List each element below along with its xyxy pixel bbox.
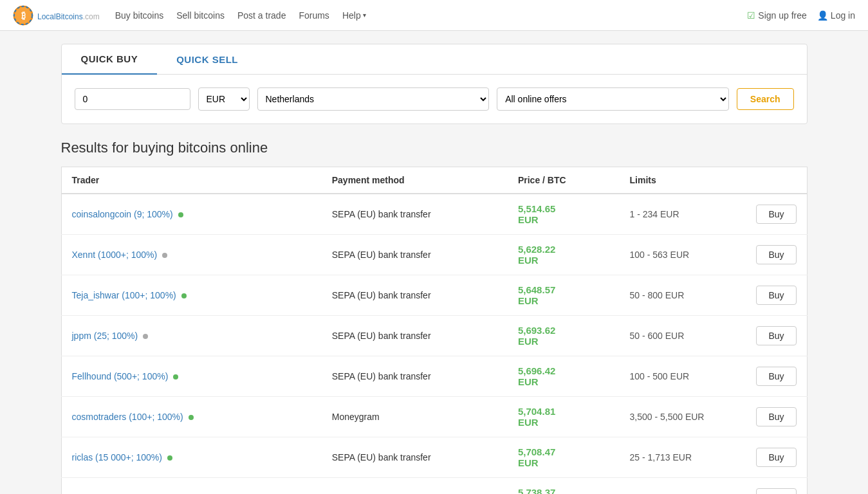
table-row: coinsalongcoin (9; 100%) SEPA (EU) bank … bbox=[61, 194, 807, 235]
signup-button[interactable]: ☑ Sign up free bbox=[747, 10, 807, 21]
online-status-dot bbox=[178, 212, 183, 217]
main-nav: Buy bitcoins Sell bitcoins Post a trade … bbox=[115, 10, 366, 21]
currency-select[interactable]: EUR USD GBP BTC bbox=[198, 87, 250, 111]
tab-quick-buy[interactable]: QUICK BUY bbox=[62, 44, 158, 75]
action-cell: Buy bbox=[746, 316, 807, 356]
offers-table: Trader Payment method Price / BTC Limits… bbox=[61, 167, 808, 494]
price-cell: 5,738.37EUR bbox=[508, 478, 620, 495]
trader-cell: Fellhound (500+; 100%) bbox=[61, 356, 322, 397]
nav-sell-bitcoins[interactable]: Sell bitcoins bbox=[176, 10, 225, 21]
trader-link[interactable]: Fellhound (500+; 100%) bbox=[72, 371, 169, 381]
tab-quick-sell[interactable]: QUICK SELL bbox=[157, 44, 257, 74]
action-cell: Buy bbox=[746, 275, 807, 316]
limits-cell: 1,000 - 1,323 EUR bbox=[620, 478, 746, 495]
buy-button[interactable]: Buy bbox=[756, 326, 796, 345]
search-button[interactable]: Search bbox=[737, 88, 794, 110]
trader-cell: obmenx (100+; 100%) bbox=[61, 478, 322, 495]
trader-link[interactable]: riclas (15 000+; 100%) bbox=[72, 452, 162, 462]
payment-cell: SEPA (EU) bank transfer bbox=[322, 356, 508, 397]
action-cell: Buy bbox=[746, 478, 807, 495]
limits-cell: 100 - 563 EUR bbox=[620, 235, 746, 275]
price-cell: 5,648.57EUR bbox=[508, 275, 620, 316]
nav-help[interactable]: Help ▾ bbox=[342, 10, 366, 21]
buy-button[interactable]: Buy bbox=[756, 245, 796, 264]
trade-form: EUR USD GBP BTC Netherlands Germany Fran… bbox=[62, 75, 807, 124]
nav-forums[interactable]: Forums bbox=[299, 10, 329, 21]
nav-buy-bitcoins[interactable]: Buy bitcoins bbox=[115, 10, 163, 21]
buy-button[interactable]: Buy bbox=[756, 488, 796, 494]
col-header-action bbox=[746, 167, 807, 194]
payment-cell: SEPA (EU) bank transfer bbox=[322, 437, 508, 478]
buy-button[interactable]: Buy bbox=[756, 448, 796, 467]
trader-link[interactable]: Xennt (1000+; 100%) bbox=[72, 250, 158, 260]
table-row: Xennt (1000+; 100%) SEPA (EU) bank trans… bbox=[61, 235, 807, 275]
action-cell: Buy bbox=[746, 194, 807, 235]
action-cell: Buy bbox=[746, 356, 807, 397]
col-header-limits: Limits bbox=[620, 167, 746, 194]
payment-cell: SEPA (EU) bank transfer bbox=[322, 478, 508, 495]
limits-cell: 1 - 234 EUR bbox=[620, 194, 746, 235]
limits-cell: 100 - 500 EUR bbox=[620, 356, 746, 397]
col-header-trader: Trader bbox=[61, 167, 322, 194]
amount-input[interactable] bbox=[75, 88, 190, 110]
buy-button[interactable]: Buy bbox=[756, 367, 796, 386]
online-status-dot bbox=[173, 374, 178, 380]
login-button[interactable]: 👤 Log in bbox=[817, 10, 855, 21]
limits-cell: 50 - 800 EUR bbox=[620, 275, 746, 316]
limits-cell: 3,500 - 5,500 EUR bbox=[620, 397, 746, 437]
checkbox-icon: ☑ bbox=[747, 10, 755, 21]
limits-cell: 25 - 1,713 EUR bbox=[620, 437, 746, 478]
trader-link[interactable]: cosmotraders (100+; 100%) bbox=[72, 412, 183, 422]
action-cell: Buy bbox=[746, 437, 807, 478]
trader-link[interactable]: jppm (25; 100%) bbox=[72, 331, 138, 341]
nav-post-trade[interactable]: Post a trade bbox=[237, 10, 286, 21]
trade-tabs: QUICK BUY QUICK SELL bbox=[62, 44, 807, 75]
trader-link[interactable]: Teja_ishwar (100+; 100%) bbox=[72, 290, 176, 300]
col-header-payment: Payment method bbox=[322, 167, 508, 194]
payment-cell: Moneygram bbox=[322, 397, 508, 437]
trader-link[interactable]: coinsalongcoin (9; 100%) bbox=[72, 209, 173, 219]
price-cell: 5,693.62EUR bbox=[508, 316, 620, 356]
results-title: Results for buying bitcoins online bbox=[61, 140, 808, 156]
country-select[interactable]: Netherlands Germany France United Kingdo… bbox=[257, 87, 490, 111]
payment-cell: SEPA (EU) bank transfer bbox=[322, 275, 508, 316]
table-row: obmenx (100+; 100%) SEPA (EU) bank trans… bbox=[61, 478, 807, 495]
trader-cell: jppm (25; 100%) bbox=[61, 316, 322, 356]
logo[interactable]: ₿ LocalBitcoins.com bbox=[13, 5, 100, 26]
buy-button[interactable]: Buy bbox=[756, 205, 796, 224]
trader-cell: cosmotraders (100+; 100%) bbox=[61, 397, 322, 437]
online-status-dot bbox=[143, 334, 148, 339]
price-cell: 5,704.81EUR bbox=[508, 397, 620, 437]
col-header-price: Price / BTC bbox=[508, 167, 620, 194]
table-body: coinsalongcoin (9; 100%) SEPA (EU) bank … bbox=[61, 194, 807, 494]
trade-card: QUICK BUY QUICK SELL EUR USD GBP BTC Net… bbox=[61, 44, 808, 124]
user-icon: 👤 bbox=[817, 10, 828, 21]
logo-brand: LocalBitcoins.com bbox=[37, 8, 100, 23]
offers-select[interactable]: All online offers SEPA (EU) bank transfe… bbox=[497, 87, 729, 111]
payment-cell: SEPA (EU) bank transfer bbox=[322, 194, 508, 235]
trader-cell: Xennt (1000+; 100%) bbox=[61, 235, 322, 275]
chevron-down-icon: ▾ bbox=[363, 12, 366, 19]
limits-cell: 50 - 600 EUR bbox=[620, 316, 746, 356]
header: ₿ LocalBitcoins.com Buy bitcoins Sell bi… bbox=[0, 0, 868, 31]
trader-cell: Teja_ishwar (100+; 100%) bbox=[61, 275, 322, 316]
online-status-dot bbox=[189, 415, 194, 420]
price-cell: 5,628.22EUR bbox=[508, 235, 620, 275]
table-row: cosmotraders (100+; 100%) Moneygram 5,70… bbox=[61, 397, 807, 437]
action-cell: Buy bbox=[746, 235, 807, 275]
buy-button[interactable]: Buy bbox=[756, 407, 796, 426]
online-status-dot bbox=[162, 253, 167, 258]
payment-cell: SEPA (EU) bank transfer bbox=[322, 316, 508, 356]
price-cell: 5,696.42EUR bbox=[508, 356, 620, 397]
price-cell: 5,708.47EUR bbox=[508, 437, 620, 478]
table-row: Teja_ishwar (100+; 100%) SEPA (EU) bank … bbox=[61, 275, 807, 316]
online-status-dot bbox=[181, 293, 187, 298]
table-header: Trader Payment method Price / BTC Limits bbox=[61, 167, 807, 194]
payment-cell: SEPA (EU) bank transfer bbox=[322, 235, 508, 275]
trader-cell: riclas (15 000+; 100%) bbox=[61, 437, 322, 478]
header-left: ₿ LocalBitcoins.com Buy bitcoins Sell bi… bbox=[13, 5, 366, 26]
action-cell: Buy bbox=[746, 397, 807, 437]
buy-button[interactable]: Buy bbox=[756, 286, 796, 305]
trader-cell: coinsalongcoin (9; 100%) bbox=[61, 194, 322, 235]
online-status-dot bbox=[167, 455, 172, 461]
